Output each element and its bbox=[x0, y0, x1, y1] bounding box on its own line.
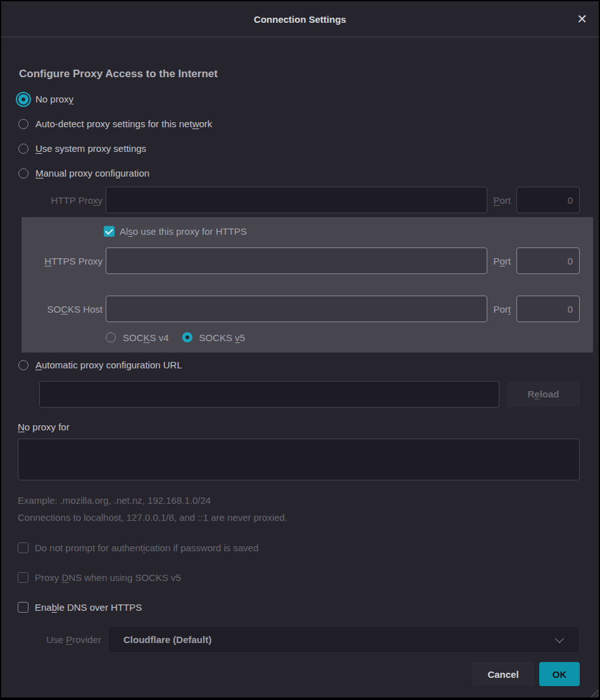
dialog-title: Connection Settings bbox=[254, 14, 346, 25]
cancel-button[interactable]: Cancel bbox=[472, 662, 534, 686]
no-proxy-for-label: No proxy for bbox=[18, 421, 599, 433]
chevron-down-icon bbox=[555, 634, 564, 642]
radio-icon-socks-v5[interactable] bbox=[182, 332, 192, 342]
resize-grip[interactable] bbox=[589, 688, 599, 697]
option-label-proxy-dns-socks5: Proxy DNS when using SOCKS v5 bbox=[35, 572, 181, 583]
socks-host-row: SOCKS Host Port bbox=[22, 296, 593, 322]
page-title: Configure Proxy Access to the Internet bbox=[19, 68, 581, 80]
socks-port-input[interactable] bbox=[516, 296, 580, 322]
connection-settings-dialog: Connection Settings ✕ Configure Proxy Ac… bbox=[1, 1, 599, 697]
localhost-note-text: Connections to localhost, 127.0.0.1/8, a… bbox=[18, 511, 581, 523]
highlighted-https-socks-section: Also use this proxy for HTTPS HTTPS Prox… bbox=[22, 217, 593, 353]
checkbox-icon-also-https[interactable] bbox=[104, 226, 115, 237]
radio-row-manual-proxy[interactable]: Manual proxy configuration bbox=[1, 161, 599, 185]
radio-icon-auto-detect[interactable] bbox=[18, 119, 28, 129]
option-label-no-auth-prompt: Do not prompt for authentication if pass… bbox=[35, 542, 259, 553]
radio-label-no-proxy: No proxy bbox=[35, 94, 73, 104]
radio-row-auto-detect[interactable]: Auto-detect proxy settings for this netw… bbox=[1, 111, 599, 136]
radio-icon-manual-proxy[interactable] bbox=[18, 168, 28, 178]
checkbox-icon-proxy-dns-socks5[interactable] bbox=[18, 572, 28, 583]
option-label-enable-doh: Enable DNS over HTTPS bbox=[35, 602, 142, 613]
auto-config-url-row: Reload bbox=[1, 380, 599, 408]
https-proxy-label: HTTPS Proxy bbox=[22, 256, 103, 266]
doh-provider-value: Cloudflare (Default) bbox=[123, 634, 211, 645]
use-provider-label: Use Provider bbox=[18, 634, 101, 645]
dialog-titlebar: Connection Settings ✕ bbox=[1, 1, 599, 37]
checkbox-icon-no-auth-prompt[interactable] bbox=[18, 542, 28, 553]
option-row-proxy-dns-socks5[interactable]: Proxy DNS when using SOCKS v5 bbox=[1, 567, 599, 588]
http-port-label: Port bbox=[493, 195, 511, 206]
https-port-input[interactable] bbox=[516, 247, 580, 274]
http-proxy-row: HTTP Proxy Port bbox=[1, 187, 599, 213]
socks-version-group: SOCKS v4 SOCKS v5 bbox=[22, 325, 593, 350]
socks-host-label: SOCKS Host bbox=[22, 304, 103, 315]
http-port-input[interactable] bbox=[516, 187, 580, 213]
radio-row-auto-config-url[interactable]: Automatic proxy configuration URL bbox=[1, 353, 599, 377]
options-group: Do not prompt for authentication if pass… bbox=[1, 537, 599, 618]
auto-config-url-input[interactable] bbox=[39, 381, 499, 408]
radio-icon-auto-config-url[interactable] bbox=[18, 360, 28, 370]
option-row-enable-doh[interactable]: Enable DNS over HTTPS bbox=[1, 597, 599, 618]
proxy-mode-group: No proxy Auto-detect proxy settings for … bbox=[1, 87, 599, 185]
http-proxy-label: HTTP Proxy bbox=[22, 195, 103, 206]
dialog-footer: Cancel OK bbox=[1, 662, 599, 686]
dialog-body: Configure Proxy Access to the Internet N… bbox=[1, 37, 599, 686]
ok-button[interactable]: OK bbox=[539, 662, 580, 686]
doh-provider-row: Use Provider Cloudflare (Default) bbox=[1, 626, 599, 653]
reload-button[interactable]: Reload bbox=[507, 382, 580, 407]
socks-host-input[interactable] bbox=[106, 296, 487, 322]
radio-icon-no-proxy[interactable] bbox=[18, 94, 28, 104]
no-proxy-example-text: Example: .mozilla.org, .net.nz, 192.168.… bbox=[18, 494, 581, 506]
checkbox-icon-enable-doh[interactable] bbox=[18, 602, 28, 613]
radio-label-socks-v5[interactable]: SOCKS v5 bbox=[199, 332, 246, 343]
no-proxy-for-textarea[interactable] bbox=[18, 439, 580, 480]
https-proxy-row: HTTPS Proxy Port bbox=[22, 247, 593, 274]
also-https-label: Also use this proxy for HTTPS bbox=[120, 226, 247, 237]
also-https-row[interactable]: Also use this proxy for HTTPS bbox=[22, 221, 593, 241]
radio-row-no-proxy[interactable]: No proxy bbox=[1, 87, 599, 111]
doh-provider-dropdown[interactable]: Cloudflare (Default) bbox=[108, 626, 580, 653]
http-proxy-input[interactable] bbox=[106, 187, 487, 213]
radio-icon-socks-v4[interactable] bbox=[106, 332, 116, 342]
https-port-label: Port bbox=[493, 256, 511, 266]
radio-label-manual-proxy: Manual proxy configuration bbox=[35, 168, 149, 178]
radio-label-auto-config-url: Automatic proxy configuration URL bbox=[35, 359, 182, 370]
option-row-no-auth-prompt[interactable]: Do not prompt for authentication if pass… bbox=[1, 537, 599, 558]
radio-icon-system-proxy[interactable] bbox=[18, 144, 28, 154]
radio-label-system-proxy: Use system proxy settings bbox=[35, 143, 146, 154]
radio-row-system-proxy[interactable]: Use system proxy settings bbox=[1, 136, 599, 161]
close-icon[interactable]: ✕ bbox=[577, 13, 587, 25]
socks-port-label: Port bbox=[493, 304, 511, 315]
radio-label-auto-detect: Auto-detect proxy settings for this netw… bbox=[35, 118, 212, 129]
radio-label-socks-v4[interactable]: SOCKS v4 bbox=[123, 332, 169, 343]
https-proxy-input[interactable] bbox=[106, 247, 487, 274]
